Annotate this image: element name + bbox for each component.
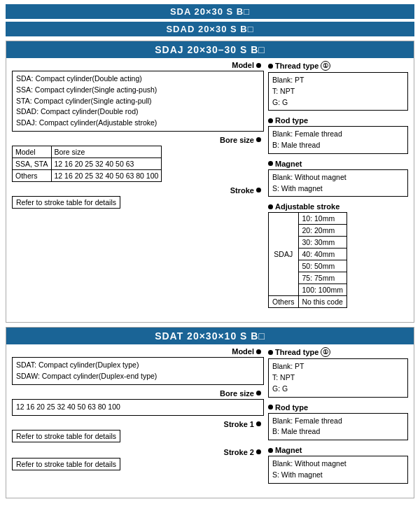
- sdat-model-label: Model: [12, 347, 264, 356]
- sdat-thread-box: Blank: PT T: NPT G: G: [268, 358, 408, 397]
- sdat-model-box: SDAT: Compact cylinder(Duplex type) SDAW…: [12, 357, 264, 385]
- magnet-label: Magnet: [268, 160, 408, 168]
- magnet-dot: [268, 161, 273, 166]
- adj-row-2: 30: 30mm: [298, 237, 346, 248]
- sdat-stroke2-text: Refer to stroke table for details: [12, 458, 120, 470]
- sdat-rod-opt-1: Blank: Female thread: [272, 416, 404, 427]
- sdat-magnet-dot: [268, 448, 273, 453]
- model-item-2: SSA: Compact cylinder(Single acting-push…: [16, 85, 260, 96]
- bore-col-size: Bore size: [51, 146, 162, 158]
- adj-label: Adjustable stroke: [268, 202, 408, 211]
- thread-box: Blank: PT T: NPT G: G: [268, 72, 408, 111]
- sdat-rod-opt-2: B: Male thread: [272, 426, 404, 438]
- adj-others-val: No this code: [298, 296, 346, 308]
- sdat-header: SDAT 20×30×10 S B□: [6, 328, 414, 344]
- sdat-magnet-block: Magnet Blank: Without magnet S: With mag…: [268, 446, 408, 484]
- sdat-thread-dot: [268, 350, 273, 355]
- sdat-stroke1-text: Refer to stroke table for details: [12, 430, 120, 442]
- sdat-thread-label: Thread type ①: [268, 347, 408, 357]
- sdaj-section: SDAJ 20×30–30 S B□ Model SDA: Compact cy…: [6, 41, 414, 323]
- sdat-stroke1-dot: [256, 421, 261, 426]
- model-item-3: STA: Compact cylinder(Single acting-pull…: [16, 96, 260, 107]
- sdat-rod-box: Blank: Female thread B: Male thread: [268, 413, 408, 441]
- stroke-text: Refer to stroke table for details: [12, 196, 120, 209]
- sdat-bore-box: 12 16 20 25 32 40 50 63 80 100: [12, 399, 264, 416]
- adj-row-0: 10: 10mm: [298, 213, 346, 225]
- sdat-model-dot: [256, 349, 261, 354]
- sdat-bore-label: Bore size: [12, 389, 264, 398]
- model-label: Model: [12, 61, 264, 69]
- rod-box: Blank: Female thread B: Male thread: [268, 126, 408, 154]
- adj-row-4: 50: 50mm: [298, 260, 346, 272]
- model-item-1: SDA: Compact cylinder(Double acting): [16, 74, 260, 85]
- sdat-thread-opt-2: T: NPT: [272, 372, 404, 384]
- sdat-thread-note: ①: [321, 347, 330, 357]
- sdat-magnet-label: Magnet: [268, 446, 408, 454]
- thread-label: Thread type ①: [268, 61, 408, 71]
- thread-opt-3: G: G: [272, 97, 404, 108]
- bore-row2-model: Others: [13, 169, 52, 181]
- sda-header: SDA 20×30 S B□: [6, 4, 414, 19]
- sdat-rod-dot: [268, 405, 273, 410]
- bore-label: Bore size: [12, 136, 264, 144]
- sdat-bore-dot: [256, 391, 261, 396]
- rod-block: Rod type Blank: Female thread B: Male th…: [268, 116, 408, 154]
- sdat-thread-block: Thread type ① Blank: PT T: NPT G: G: [268, 347, 408, 397]
- thread-note: ①: [321, 61, 330, 71]
- bore-table: Model Bore size SSA, STA 12 16 20 25 32 …: [12, 146, 162, 182]
- stroke-label: Stroke: [12, 186, 264, 195]
- magnet-opt-1: Blank: Without magnet: [272, 172, 404, 183]
- bore-row2-sizes: 12 16 20 25 32 40 50 63 80 100: [51, 169, 162, 181]
- thread-dot: [268, 64, 273, 69]
- adj-others-model: Others: [269, 296, 299, 308]
- adj-row-3: 40: 40mm: [298, 248, 346, 260]
- sdat-stroke2-label: Stroke 2: [12, 448, 264, 456]
- rod-label: Rod type: [268, 116, 408, 125]
- sdat-magnet-opt-2: S: With magnet: [272, 470, 404, 481]
- sdat-magnet-box: Blank: Without magnet S: With magnet: [268, 456, 408, 484]
- sdaj-right: Thread type ① Blank: PT T: NPT G: G Rod …: [268, 61, 408, 314]
- rod-opt-2: B: Male thread: [272, 140, 404, 151]
- sdat-stroke1-label: Stroke 1: [12, 420, 264, 428]
- sdat-section: SDAT 20×30×10 S B□ Model SDAT: Compact c…: [6, 327, 414, 498]
- sdat-right: Thread type ① Blank: PT T: NPT G: G Rod …: [268, 347, 408, 489]
- sdat-rod-label: Rod type: [268, 403, 408, 412]
- bore-dot: [256, 137, 261, 142]
- model-dot: [256, 63, 261, 68]
- magnet-box: Blank: Without magnet S: With magnet: [268, 169, 408, 197]
- magnet-block: Magnet Blank: Without magnet S: With mag…: [268, 160, 408, 197]
- sdat-magnet-opt-1: Blank: Without magnet: [272, 458, 404, 470]
- adj-row-5: 75: 75mm: [298, 272, 346, 284]
- thread-block: Thread type ① Blank: PT T: NPT G: G: [268, 61, 408, 111]
- magnet-opt-2: S: With magnet: [272, 183, 404, 195]
- sdaj-header: SDAJ 20×30–30 S B□: [6, 41, 414, 58]
- sdat-thread-opt-3: G: G: [272, 384, 404, 395]
- bore-row1-model: SSA, STA: [13, 158, 52, 169]
- sdad-header: SDAD 20×30 S B□: [6, 22, 414, 36]
- sdat-model-2: SDAW: Compact cylinder(Duplex-end type): [16, 371, 260, 382]
- adj-block: Adjustable stroke SDAJ 10: 10mm 20: 20mm…: [268, 202, 408, 308]
- model-box: SDA: Compact cylinder(Double acting) SSA…: [12, 71, 264, 132]
- model-item-4: SDAD: Compact cylinder(Double rod): [16, 106, 260, 118]
- model-item-5: SDAJ: Compact cylinder(Adjustable stroke…: [16, 118, 260, 129]
- adj-row-1: 20: 20mm: [298, 225, 346, 237]
- adj-row-6: 100: 100mm: [298, 284, 346, 296]
- rod-opt-1: Blank: Female thread: [272, 129, 404, 140]
- sdat-model-1: SDAT: Compact cylinder(Duplex type): [16, 360, 260, 371]
- sdat-left: Model SDAT: Compact cylinder(Duplex type…: [12, 347, 264, 489]
- sdat-rod-block: Rod type Blank: Female thread B: Male th…: [268, 403, 408, 441]
- sdat-thread-opt-1: Blank: PT: [272, 361, 404, 372]
- adj-dot: [268, 204, 273, 209]
- sdat-bore-sizes: 12 16 20 25 32 40 50 63 80 100: [16, 402, 120, 411]
- adj-model-cell: SDAJ: [269, 213, 299, 296]
- bore-row1-sizes: 12 16 20 25 32 40 50 63: [51, 158, 162, 169]
- sdat-stroke2-dot: [256, 449, 261, 454]
- rod-dot: [268, 118, 273, 123]
- thread-opt-2: T: NPT: [272, 86, 404, 97]
- bore-col-model: Model: [13, 146, 52, 158]
- stroke-dot: [256, 188, 261, 192]
- thread-opt-1: Blank: PT: [272, 75, 404, 86]
- adj-table: SDAJ 10: 10mm 20: 20mm 30: 30mm 40: 40mm…: [268, 212, 347, 308]
- sdaj-left: Model SDA: Compact cylinder(Double actin…: [12, 61, 264, 314]
